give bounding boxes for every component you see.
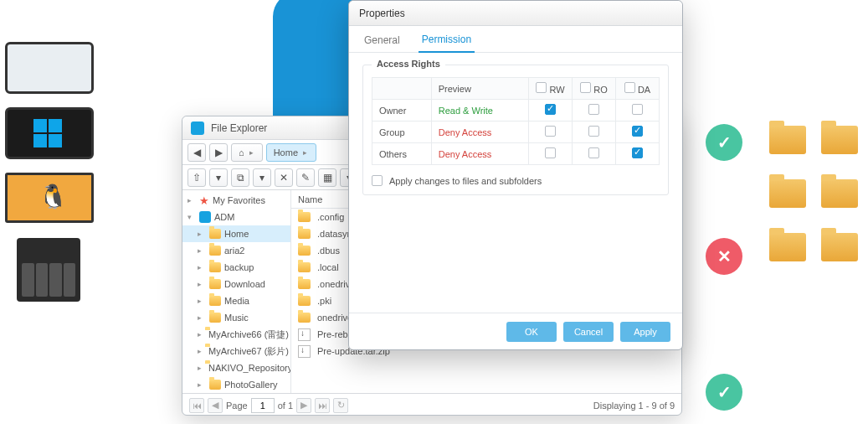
- dialog-titlebar[interactable]: Properties: [349, 1, 682, 26]
- preview-cell: Deny Access: [431, 143, 528, 165]
- view-button[interactable]: ▦: [318, 168, 336, 187]
- tab-general[interactable]: General: [361, 34, 403, 52]
- list-item-label: .pki: [317, 296, 331, 306]
- refresh-button[interactable]: ↻: [333, 398, 348, 413]
- page-last-button[interactable]: ⏭: [315, 398, 330, 413]
- archive-icon: [298, 345, 311, 358]
- page-first-button[interactable]: ⏮: [189, 398, 204, 413]
- client-devices: [5, 42, 114, 302]
- list-item-label: .local: [317, 262, 339, 272]
- header-da-checkbox[interactable]: [624, 82, 635, 93]
- page-prev-button[interactable]: ◀: [208, 398, 223, 413]
- deny-badge-icon: ✕: [706, 238, 742, 275]
- mac-device: [5, 42, 94, 94]
- server-folders: [769, 126, 858, 261]
- tree-item[interactable]: ▸MyArchive67 (影片): [182, 343, 290, 359]
- list-item-label: .config: [317, 212, 344, 222]
- access-rights-fieldset: Access Rights Preview RW RO DA OwnerRead…: [362, 65, 669, 195]
- cancel-button[interactable]: Cancel: [563, 322, 614, 342]
- tree-item-label: aria2: [224, 246, 244, 256]
- folder-icon: [209, 296, 221, 306]
- header-rw-checkbox[interactable]: [536, 82, 547, 93]
- fieldset-legend: Access Rights: [372, 59, 445, 69]
- tab-permission[interactable]: Permission: [419, 34, 475, 53]
- rights-table: Preview RW RO DA OwnerRead & WriteGroupD…: [372, 77, 660, 165]
- page-input[interactable]: [251, 398, 275, 413]
- ro-checkbox[interactable]: [588, 104, 599, 115]
- allow-badge-icon: ✓: [706, 374, 742, 411]
- rename-button[interactable]: ✎: [296, 168, 315, 187]
- da-checkbox[interactable]: [632, 147, 643, 158]
- rw-checkbox[interactable]: [545, 126, 556, 137]
- nas-device: [17, 238, 80, 302]
- col-ro[interactable]: RO: [573, 78, 616, 100]
- tree-item-label: NAKIVO_Repository: [208, 363, 291, 373]
- dialog-footer: OK Cancel Apply: [349, 313, 682, 349]
- page-next-button[interactable]: ▶: [296, 398, 311, 413]
- folder-tree: ▸★My Favorites ▾ADM ▸Home▸aria2▸backup▸D…: [182, 190, 291, 393]
- ro-checkbox[interactable]: [588, 147, 599, 158]
- da-checkbox[interactable]: [632, 126, 643, 137]
- list-item-label: onedrive: [317, 313, 352, 323]
- ro-checkbox[interactable]: [588, 126, 599, 137]
- app-icon: [191, 122, 204, 135]
- breadcrumb-home[interactable]: Home▸: [266, 143, 316, 162]
- archive-icon: [298, 328, 311, 341]
- tree-item[interactable]: ▸Download: [182, 276, 290, 292]
- ok-button[interactable]: OK: [506, 322, 557, 342]
- apply-button[interactable]: Apply: [620, 322, 670, 342]
- dialog-tabs: General Permission: [349, 26, 682, 53]
- new-folder-button[interactable]: ▾: [209, 168, 228, 187]
- tree-item[interactable]: ▸aria2: [182, 242, 290, 259]
- tree-item-label: Home: [224, 229, 249, 239]
- adm-icon: [199, 211, 211, 223]
- folder-icon: [209, 229, 221, 239]
- tree-item[interactable]: ▸Home: [182, 225, 290, 242]
- page-label: Page: [226, 401, 248, 411]
- breadcrumb-root[interactable]: ⌂▸: [231, 143, 263, 162]
- linux-device: [5, 173, 94, 223]
- copy-button[interactable]: ⧉: [231, 168, 249, 187]
- nav-back-button[interactable]: ◀: [187, 143, 206, 162]
- star-icon: ★: [199, 194, 209, 207]
- folder-icon: [298, 246, 311, 256]
- upload-button[interactable]: ⇧: [187, 168, 206, 187]
- tree-item[interactable]: ▸backup: [182, 259, 290, 276]
- folder-icon: [298, 212, 311, 222]
- folder-icon: [298, 279, 311, 289]
- folder-icon: [298, 313, 311, 323]
- tree-favorites[interactable]: ▸★My Favorites: [182, 192, 290, 209]
- apply-subfolders-label: Apply changes to files and subfolders: [389, 176, 542, 186]
- col-da[interactable]: DA: [616, 78, 660, 100]
- da-checkbox[interactable]: [632, 104, 643, 115]
- folder-icon: [298, 262, 311, 272]
- folder-icon: [209, 246, 221, 256]
- header-ro-checkbox[interactable]: [580, 82, 591, 93]
- rw-checkbox[interactable]: [545, 147, 556, 158]
- tree-item-label: backup: [224, 262, 254, 272]
- rw-checkbox[interactable]: [545, 104, 556, 115]
- paste-button[interactable]: ▾: [253, 168, 271, 187]
- tree-item-label: MyArchive67 (影片): [208, 345, 289, 358]
- tree-adm[interactable]: ▾ADM: [182, 209, 290, 225]
- col-preview: Preview: [431, 78, 528, 100]
- tree-item[interactable]: ▸Media: [182, 292, 290, 309]
- folder-icon: [209, 380, 221, 390]
- nav-fwd-button[interactable]: ▶: [209, 143, 228, 162]
- root-icon: ⌂: [239, 147, 244, 158]
- tree-item-label: Download: [224, 279, 265, 289]
- tree-item-label: Media: [224, 296, 249, 306]
- apply-subfolders-checkbox[interactable]: [372, 175, 383, 186]
- tree-item[interactable]: ▸NAKIVO_Repository: [182, 359, 290, 376]
- tree-item[interactable]: ▸PhotoGallery: [182, 376, 290, 393]
- folder-icon: [298, 296, 311, 306]
- tree-item[interactable]: ▸MyArchive66 (雷捷): [182, 326, 290, 343]
- preview-cell: Deny Access: [431, 122, 528, 143]
- col-rw[interactable]: RW: [529, 78, 573, 100]
- allow-badge-icon: ✓: [706, 124, 742, 161]
- display-count: Displaying 1 - 9 of 9: [593, 401, 675, 411]
- page-of: of 1: [278, 401, 293, 411]
- properties-dialog: Properties General Permission Access Rig…: [348, 0, 683, 350]
- delete-button[interactable]: ✕: [275, 168, 293, 187]
- tree-item[interactable]: ▸Music: [182, 309, 290, 326]
